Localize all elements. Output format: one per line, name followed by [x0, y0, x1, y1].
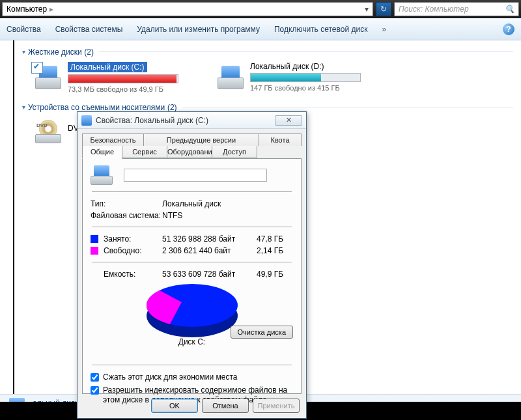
dialog-title: Свойства: Локальный диск (C:): [96, 116, 208, 125]
type-value: Локальный диск: [162, 199, 221, 208]
search-placeholder: Поиск: Компьютер: [399, 5, 469, 14]
toolbar-properties[interactable]: Свойства: [7, 25, 41, 34]
close-button[interactable]: ✕: [275, 115, 302, 126]
drive-icon: [218, 66, 244, 89]
compress-checkbox[interactable]: Сжать этот диск для экономии места: [91, 372, 293, 383]
refresh-icon: ↻: [380, 5, 387, 14]
ok-button[interactable]: OK: [151, 399, 198, 413]
collapse-icon[interactable]: ▾: [22, 104, 25, 111]
used-bytes: 51 326 988 288 байт: [162, 234, 235, 244]
compress-checkbox-input[interactable]: [91, 373, 99, 382]
drive-icon: [91, 165, 113, 185]
group-count: (2): [167, 103, 177, 112]
collapse-icon[interactable]: ▾: [22, 48, 25, 55]
cancel-button[interactable]: Отмена: [202, 399, 249, 413]
drive-icon: [35, 66, 61, 89]
properties-dialog: Свойства: Локальный диск (C:) ✕ Безопасн…: [77, 111, 307, 419]
tab-quota[interactable]: Квота: [259, 133, 302, 146]
drive-d[interactable]: Локальный диск (D:) 147 ГБ свободно из 4…: [218, 62, 374, 93]
group-title: Жесткие диски: [28, 48, 82, 57]
disk-cleanup-button[interactable]: Очистка диска: [231, 326, 293, 339]
dialog-titlebar[interactable]: Свойства: Локальный диск (C:) ✕: [77, 112, 306, 129]
drive-name: Локальный диск (C:): [68, 62, 147, 72]
breadcrumb-dropdown-icon[interactable]: ▾: [365, 5, 369, 14]
tab-tools[interactable]: Сервис: [122, 146, 167, 158]
breadcrumb-root[interactable]: Компьютер: [7, 5, 47, 14]
dvd-icon: DVD: [35, 120, 61, 143]
fs-value: NTFS: [162, 211, 182, 220]
drive-free-text: 73,3 МБ свободно из 49,9 ГБ: [68, 85, 191, 93]
free-gb: 2,14 ГБ: [257, 246, 293, 255]
index-checkbox-input[interactable]: [91, 386, 99, 395]
search-icon: 🔍: [505, 5, 514, 14]
tab-general[interactable]: Общие: [82, 146, 122, 159]
cap-bytes: 53 633 609 728 байт: [162, 270, 235, 279]
cap-gb: 49,9 ГБ: [257, 270, 293, 279]
tab-sharing[interactable]: Доступ: [212, 146, 257, 158]
toolbar-overflow[interactable]: »: [382, 25, 386, 34]
toolbar-uninstall[interactable]: Удалить или изменить программу: [137, 25, 260, 34]
group-removable[interactable]: ▾ Устройства со съемными носителями (2): [22, 102, 513, 112]
refresh-button[interactable]: ↻: [376, 2, 391, 16]
used-gb: 47,8 ГБ: [257, 234, 293, 244]
group-count: (2): [84, 48, 94, 57]
tab-hardware[interactable]: Оборудование: [167, 146, 212, 158]
apply-button[interactable]: Применить: [253, 399, 300, 413]
free-swatch: [91, 247, 98, 255]
toolbar-map-drive[interactable]: Подключить сетевой диск: [274, 25, 367, 34]
search-input[interactable]: Поиск: Компьютер 🔍: [394, 2, 519, 16]
address-bar: Компьютер ▸ ▾ ↻ Поиск: Компьютер 🔍: [0, 0, 521, 18]
toolbar-system-properties[interactable]: Свойства системы: [55, 25, 123, 34]
capacity-bar: [68, 74, 178, 83]
group-title: Устройства со съемными носителями: [28, 103, 165, 112]
tab-security[interactable]: Безопасность: [82, 133, 144, 146]
tab-previous-versions[interactable]: Предыдущие версии: [144, 133, 259, 146]
help-icon[interactable]: ?: [503, 23, 514, 35]
dialog-icon: [81, 115, 92, 126]
usage-pie-chart: [147, 284, 238, 336]
sidebar-fragment: ий об ени гру ый д og: [0, 40, 13, 394]
breadcrumb-box[interactable]: Компьютер ▸ ▾: [2, 2, 373, 16]
breadcrumb-separator-icon: ▸: [49, 5, 53, 14]
pie-label: Диск C:: [91, 337, 293, 346]
drive-name: Локальный диск (D:): [250, 62, 374, 71]
command-toolbar: Свойства Свойства системы Удалить или из…: [0, 18, 521, 40]
drive-label-input[interactable]: [124, 169, 267, 182]
group-hard-disks[interactable]: ▾ Жесткие диски (2): [22, 47, 513, 57]
drive-c[interactable]: Локальный диск (C:) 73,3 МБ свободно из …: [35, 62, 191, 93]
free-bytes: 2 306 621 440 байт: [162, 246, 231, 255]
used-swatch: [91, 235, 98, 243]
drive-free-text: 147 ГБ свободно из 415 ГБ: [250, 84, 374, 92]
tab-panel-general: Тип:Локальный диск Файловая система:NTFS…: [82, 158, 302, 394]
capacity-bar: [250, 73, 361, 82]
